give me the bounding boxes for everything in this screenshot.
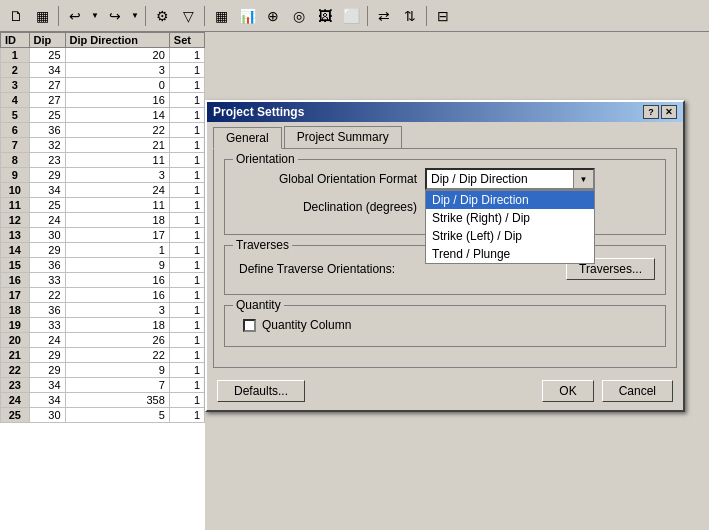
table-button[interactable]: ▦ <box>30 4 54 28</box>
dropdown-item-dip-direction[interactable]: Dip / Dip Direction <box>426 191 594 209</box>
photo-button[interactable]: 🖼 <box>313 4 337 28</box>
table-row: 636221 <box>1 123 205 138</box>
format-dropdown[interactable]: Dip / Dip Direction ▼ <box>425 168 595 190</box>
table-row: 823111 <box>1 153 205 168</box>
dropdown-arrow-icon[interactable]: ▼ <box>573 170 593 188</box>
table-row: 1933181 <box>1 318 205 333</box>
table-row: 233471 <box>1 378 205 393</box>
quantity-checkbox-row: Quantity Column <box>235 314 655 336</box>
dialog-titlebar: Project Settings ? ✕ <box>207 102 683 122</box>
sep4 <box>367 6 368 26</box>
table-row: 1034241 <box>1 183 205 198</box>
format-label: Global Orientation Format <box>235 172 425 186</box>
col-dip-direction: Dip Direction <box>65 33 169 48</box>
table-row: 2024261 <box>1 333 205 348</box>
quantity-label: Quantity <box>233 298 284 312</box>
export-button[interactable]: ⬜ <box>339 4 363 28</box>
sep1 <box>58 6 59 26</box>
dialog-footer: Defaults... OK Cancel <box>207 374 683 410</box>
dialog-title: Project Settings <box>213 105 304 119</box>
table-row: 1722161 <box>1 288 205 303</box>
orientation-label: Orientation <box>233 152 298 166</box>
dropdown-item-strike-right[interactable]: Strike (Right) / Dip <box>426 209 594 227</box>
table-row: 142911 <box>1 243 205 258</box>
defaults-button[interactable]: Defaults... <box>217 380 305 402</box>
ok-button[interactable]: OK <box>542 380 593 402</box>
table-row: 24343581 <box>1 393 205 408</box>
help-button[interactable]: ? <box>643 105 659 119</box>
sep2 <box>145 6 146 26</box>
table-row: 125201 <box>1 48 205 63</box>
footer-right-buttons: OK Cancel <box>542 380 673 402</box>
redo-button[interactable]: ↪ <box>103 4 127 28</box>
new-button[interactable]: 🗋 <box>4 4 28 28</box>
table-row: 525141 <box>1 108 205 123</box>
tab-general[interactable]: General <box>213 127 282 149</box>
tab-content: Orientation Global Orientation Format Di… <box>213 148 677 368</box>
format-dropdown-list: Dip / Dip Direction Strike (Right) / Dip… <box>425 190 595 264</box>
project-settings-dialog: Project Settings ? ✕ General Project Sum… <box>205 100 685 412</box>
table3-button[interactable]: ⊟ <box>431 4 455 28</box>
undo-button[interactable]: ↩ <box>63 4 87 28</box>
cancel-button[interactable]: Cancel <box>602 380 673 402</box>
table-row: 1633161 <box>1 273 205 288</box>
spreadsheet: ID Dip Dip Direction Set 125201234313270… <box>0 32 205 530</box>
sep5 <box>426 6 427 26</box>
table-row: 222991 <box>1 363 205 378</box>
undo-dropdown[interactable]: ▼ <box>89 4 101 28</box>
format-row: Global Orientation Format Dip / Dip Dire… <box>235 168 655 190</box>
table-row: 732211 <box>1 138 205 153</box>
table-row: 23431 <box>1 63 205 78</box>
table-row: 1224181 <box>1 213 205 228</box>
table-row: 427161 <box>1 93 205 108</box>
arrow2-button[interactable]: ⇅ <box>398 4 422 28</box>
table-row: 1125111 <box>1 198 205 213</box>
quantity-group: Quantity Quantity Column <box>224 305 666 347</box>
col-set: Set <box>169 33 204 48</box>
dropdown-item-strike-left[interactable]: Strike (Left) / Dip <box>426 227 594 245</box>
quantity-checkbox[interactable] <box>243 319 256 332</box>
dropdown-item-trend-plunge[interactable]: Trend / Plunge <box>426 245 594 263</box>
redo-dropdown[interactable]: ▼ <box>129 4 141 28</box>
titlebar-buttons: ? ✕ <box>643 105 677 119</box>
table-row: 183631 <box>1 303 205 318</box>
declination-label: Declination (degrees) <box>235 200 425 214</box>
table-row: 1330171 <box>1 228 205 243</box>
chart-button[interactable]: 📊 <box>235 4 259 28</box>
table-row: 253051 <box>1 408 205 423</box>
format-selected-value: Dip / Dip Direction <box>427 170 573 188</box>
tab-project-summary[interactable]: Project Summary <box>284 126 402 148</box>
globe-button[interactable]: ◎ <box>287 4 311 28</box>
define-traverses-label: Define Traverse Orientations: <box>235 262 566 276</box>
stereo-button[interactable]: ⊕ <box>261 4 285 28</box>
quantity-checkbox-label: Quantity Column <box>262 318 351 332</box>
table-row: 2129221 <box>1 348 205 363</box>
settings-button[interactable]: ⚙ <box>150 4 174 28</box>
arrow1-button[interactable]: ⇄ <box>372 4 396 28</box>
filter-button[interactable]: ▽ <box>176 4 200 28</box>
table-row: 153691 <box>1 258 205 273</box>
col-id: ID <box>1 33 30 48</box>
orientation-group: Orientation Global Orientation Format Di… <box>224 159 666 235</box>
col-dip: Dip <box>29 33 65 48</box>
table-row: 92931 <box>1 168 205 183</box>
sep3 <box>204 6 205 26</box>
traverses-label: Traverses <box>233 238 292 252</box>
dialog-tabs: General Project Summary <box>213 126 677 148</box>
close-button[interactable]: ✕ <box>661 105 677 119</box>
format-dropdown-wrapper: Dip / Dip Direction ▼ Dip / Dip Directio… <box>425 168 595 190</box>
spreadsheet-button[interactable]: ▦ <box>209 4 233 28</box>
toolbar: 🗋 ▦ ↩ ▼ ↪ ▼ ⚙ ▽ ▦ 📊 ⊕ ◎ 🖼 ⬜ ⇄ ⇅ ⊟ <box>0 0 709 32</box>
table-row: 32701 <box>1 78 205 93</box>
